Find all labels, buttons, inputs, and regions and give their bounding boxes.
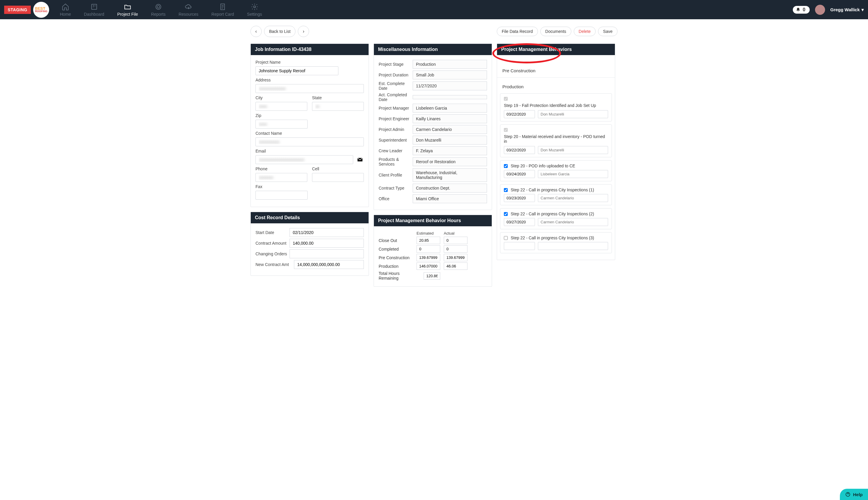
address-input[interactable]: [255, 84, 364, 93]
changing-orders-input[interactable]: [290, 249, 364, 258]
col-estimated: Estimated: [417, 231, 440, 236]
precon-act[interactable]: [444, 254, 467, 261]
step-checkbox[interactable]: [504, 164, 508, 168]
step-checkbox[interactable]: [504, 128, 508, 132]
step-checkbox[interactable]: [504, 97, 508, 101]
act-completed-date-value[interactable]: [413, 95, 487, 99]
nav-report-card[interactable]: Report Card: [206, 1, 240, 18]
production-act[interactable]: [444, 262, 467, 270]
nav-settings[interactable]: Settings: [241, 1, 268, 18]
start-date-label: Start Date: [255, 230, 290, 235]
step-title: Step 20 - Material received and inventor…: [504, 134, 608, 144]
contact-name-input[interactable]: [255, 137, 364, 146]
nav-project-file[interactable]: Project File: [111, 1, 144, 18]
pm-production-section[interactable]: Production: [497, 78, 615, 93]
client-profile-value[interactable]: Warehouse, Industrial, Manufacturing: [413, 168, 487, 182]
state-input[interactable]: [312, 102, 364, 111]
step-person-input[interactable]: [538, 218, 608, 226]
completed-est[interactable]: [417, 245, 440, 253]
office-value[interactable]: Miami Office: [413, 194, 487, 203]
svg-point-2: [157, 5, 160, 8]
close-out-act[interactable]: [444, 237, 467, 244]
user-menu[interactable]: Gregg Wallick ▾: [830, 7, 864, 12]
contract-amount-input[interactable]: [290, 239, 364, 248]
save-button[interactable]: Save: [598, 27, 617, 36]
file-data-record-button[interactable]: File Data Record: [497, 27, 538, 36]
step-person-input[interactable]: [538, 194, 608, 202]
home-icon: [61, 3, 69, 11]
production-est[interactable]: [417, 262, 440, 270]
city-label: City: [255, 95, 307, 100]
project-manager-value[interactable]: Lisbeleen Garcia: [413, 104, 487, 113]
next-button[interactable]: ›: [298, 26, 309, 37]
nav-resources[interactable]: Resources: [173, 1, 204, 18]
address-label: Address: [255, 78, 364, 82]
target-icon: [154, 3, 162, 11]
pm-step: Step 20 - POD info uploaded to CE: [500, 160, 612, 181]
project-name-input[interactable]: [255, 66, 338, 75]
project-engineer-label: Project Engineer: [379, 116, 413, 121]
nav-home[interactable]: Home: [54, 1, 77, 18]
nav-reports[interactable]: Reports: [145, 1, 171, 18]
close-out-est[interactable]: [417, 237, 440, 244]
step-person-input[interactable]: [538, 242, 608, 250]
completed-act[interactable]: [444, 245, 467, 253]
fax-input[interactable]: [255, 191, 308, 200]
project-duration-value[interactable]: Small Job: [413, 70, 487, 79]
step-person-input[interactable]: [538, 146, 608, 154]
project-stage-label: Project Stage: [379, 62, 413, 67]
job-info-header: Job Information ID-43438: [251, 44, 369, 55]
prev-button[interactable]: ‹: [251, 26, 262, 37]
mail-icon[interactable]: [356, 157, 364, 163]
step-date-input[interactable]: [504, 218, 535, 226]
step-date-input[interactable]: [504, 146, 535, 154]
contact-name-label: Contact Name: [255, 131, 364, 136]
phone-input[interactable]: [255, 173, 307, 182]
step-person-input[interactable]: [538, 110, 608, 118]
step-checkbox[interactable]: [504, 236, 508, 240]
notifications-button[interactable]: 0: [793, 6, 810, 14]
nav-dashboard[interactable]: Dashboard: [78, 1, 111, 18]
email-label: Email: [255, 149, 364, 154]
production-label: Production: [379, 264, 413, 269]
zip-label: Zip: [255, 113, 308, 118]
contract-type-value[interactable]: Construction Dept.: [413, 184, 487, 193]
step-date-input[interactable]: [504, 194, 535, 202]
products-services-value[interactable]: Reroof or Restoration: [413, 157, 487, 166]
precon-est[interactable]: [417, 254, 440, 261]
step-date-input[interactable]: [504, 242, 535, 250]
logo-bot: ROOFING: [35, 10, 47, 12]
email-input[interactable]: [255, 155, 353, 164]
back-to-list-button[interactable]: Back to List: [264, 26, 296, 37]
step-checkbox[interactable]: [504, 188, 508, 192]
logo: BESTROOFING: [33, 2, 49, 18]
pm-hours-header: Project Management Behavior Hours: [374, 215, 492, 226]
zip-input[interactable]: [255, 120, 308, 128]
est-complete-date-value[interactable]: 11/27/2020: [413, 81, 487, 90]
project-engineer-value[interactable]: Kailly Linares: [413, 114, 487, 123]
project-admin-value[interactable]: Carmen Candelario: [413, 125, 487, 134]
project-stage-value[interactable]: Production: [413, 60, 487, 69]
pm-preconstruction-section[interactable]: Pre Construction: [497, 64, 615, 78]
step-person-input[interactable]: [538, 170, 608, 178]
avatar[interactable]: [815, 5, 825, 15]
crew-leader-value[interactable]: F. Zelaya: [413, 146, 487, 155]
new-contract-amt-input[interactable]: [294, 260, 364, 269]
step-checkbox[interactable]: [504, 212, 508, 216]
pm-step: Step 19 - Fall Protection Identified and…: [500, 93, 612, 122]
step-title: Step 22 - Call in progress City Inspecti…: [511, 236, 594, 240]
step-date-input[interactable]: [504, 170, 535, 178]
superintendent-value[interactable]: Don Muzarelli: [413, 136, 487, 145]
step-date-input[interactable]: [504, 110, 535, 118]
delete-button[interactable]: Delete: [574, 27, 595, 36]
documents-button[interactable]: Documents: [540, 27, 571, 36]
contract-type-label: Contract Type: [379, 186, 413, 191]
staging-badge: STAGING: [4, 5, 31, 14]
products-services-label: Products & Services: [379, 157, 413, 167]
start-date-input[interactable]: [290, 228, 364, 237]
pm-step: Step 20 - Material received and inventor…: [500, 124, 612, 157]
cost-record-card: Cost Record Details Start Date Contract …: [251, 212, 369, 276]
city-input[interactable]: [255, 102, 307, 111]
total-remaining-val[interactable]: [424, 272, 440, 280]
cell-input[interactable]: [312, 173, 364, 182]
